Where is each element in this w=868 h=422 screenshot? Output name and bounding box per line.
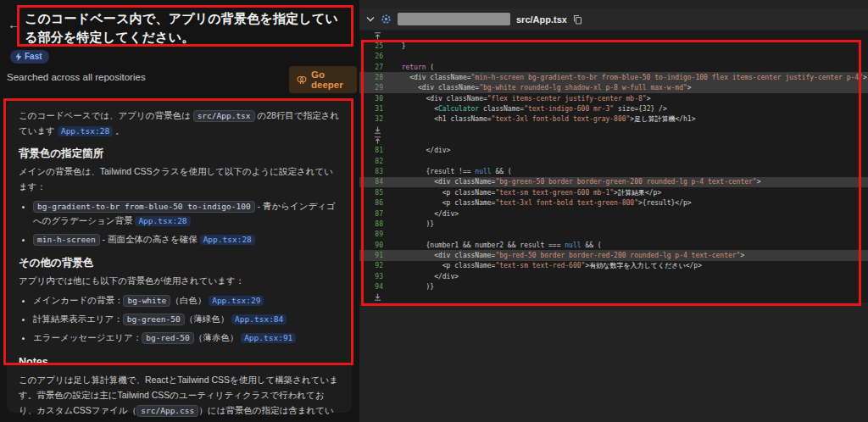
code-line-82: 82 — [359, 156, 868, 166]
text-segment: （薄赤色） — [194, 332, 241, 342]
code-text: <p className="text-sm text-red-600">有効な数… — [393, 261, 702, 270]
inline-code-chip: bg-white — [123, 295, 170, 307]
code-line-85: 85 <p className="text-sm text-green-600 … — [359, 187, 868, 197]
code-line-93: 93 </div> — [359, 271, 868, 281]
go-deeper-button[interactable]: Go deeper — [289, 66, 357, 93]
code-line-32: 32 <h1 className="text-3xl font-bold tex… — [359, 114, 868, 125]
line-number: 28 — [359, 74, 383, 81]
inline-code-chip: src/App.css — [136, 405, 198, 417]
bullet-list-other-bg: メインカードの背景：bg-white（白色） App.tsx:29計算結果表示エ… — [19, 293, 340, 346]
line-number: 94 — [359, 283, 383, 291]
code-line-31: 31 <Calculator className="text-indigo-60… — [359, 103, 868, 114]
text-segment: メインの背景色は、Tailwind CSSクラスを使用して以下のように設定されて… — [19, 166, 333, 192]
code-text: <div className="bg-red-50 border border-… — [393, 252, 744, 259]
code-line-88: 88 )} — [359, 219, 868, 229]
code-text: <p className="text-3xl font-bold text-gr… — [393, 199, 692, 207]
code-text: {number1 && number2 && result === null &… — [393, 242, 602, 249]
file-line-link[interactable]: App.tsx:28 — [200, 235, 255, 245]
code-line-25: 25 } — [359, 41, 868, 51]
line-number: 29 — [359, 84, 383, 92]
notes-paragraph: このアプリは足し算計算機で、ReactとTailwind CSSを使用して構築さ… — [19, 373, 340, 422]
text-segment: アプリ内では他にも以下の背景色が使用されています： — [19, 275, 244, 286]
fast-badge-label: Fast — [25, 52, 42, 61]
file-path-link[interactable]: src/App.tsx — [516, 14, 567, 25]
code-line-94: 94 )} — [359, 281, 868, 292]
line-number: 91 — [359, 252, 383, 259]
code-line-87: 87 </div> — [359, 208, 868, 219]
code-line-81: 81 </div> — [359, 146, 868, 156]
list-item: 計算結果表示エリア：bg-green-50（薄緑色） App.tsx:84 — [33, 312, 340, 327]
text-segment: 。 — [113, 125, 124, 136]
copy-path-icon[interactable] — [573, 14, 582, 25]
query-title: このコードベース内で、アプリの背景色を指定している部分を特定してください。 — [25, 9, 350, 47]
code-text: )} — [393, 220, 434, 228]
line-number: 32 — [359, 115, 383, 123]
text-segment: （薄緑色） — [185, 314, 231, 324]
line-number: 85 — [359, 189, 383, 197]
inline-code-chip: min-h-screen — [33, 234, 100, 246]
inline-code-chip: bg-red-50 — [142, 332, 193, 344]
code-editor-panel: src/App.tsx 25 }2627 return (28 <div cla… — [359, 0, 868, 422]
code-snippet-area: 25 }2627 return (28 <div className="min-… — [359, 31, 868, 303]
code-text: <div className="flex items-center justif… — [393, 95, 650, 103]
repo-name-redacted — [398, 13, 510, 25]
fast-mode-badge[interactable]: Fast — [10, 50, 49, 64]
line-number: 89 — [359, 230, 383, 238]
brain-icon — [297, 75, 307, 85]
line-number: 27 — [359, 64, 383, 71]
code-text: } — [393, 42, 405, 50]
code-text: )} — [393, 283, 434, 291]
list-item: bg-gradient-to-br from-blue-50 to-indigo… — [33, 199, 340, 230]
expand-down-icon[interactable] — [359, 292, 868, 303]
line-number: 84 — [359, 178, 383, 186]
line-number: 31 — [359, 105, 383, 113]
chevron-down-icon[interactable] — [366, 16, 375, 22]
code-line-86: 86 <p className="text-3xl font-bold text… — [359, 198, 868, 208]
code-text: {result !== null && ( — [393, 168, 512, 175]
code-text: <div className="bg-green-50 border borde… — [393, 178, 761, 186]
code-line-89: 89 — [359, 230, 868, 240]
file-line-link[interactable]: App.tsx:84 — [231, 314, 287, 325]
line-number: 93 — [359, 273, 383, 280]
text-segment: エラーメッセージエリア： — [33, 332, 142, 342]
answer-paragraph: メインの背景色は、Tailwind CSSクラスを使用して以下のように設定されて… — [19, 164, 340, 195]
file-line-link[interactable]: App.tsx:91 — [241, 333, 296, 343]
code-text: </div> — [393, 210, 459, 218]
line-number: 26 — [359, 53, 383, 60]
code-line-83: 83 {result !== null && ( — [359, 166, 868, 176]
expand-down-icon[interactable] — [359, 125, 868, 135]
code-text: <div className="min-h-screen bg-gradient… — [393, 74, 867, 81]
section-heading-notes: Notes — [19, 355, 340, 369]
file-line-link[interactable]: App.tsx:29 — [209, 296, 264, 306]
inline-code-chip: bg-green-50 — [123, 314, 185, 325]
code-line-90: 90 {number1 && number2 && result === nul… — [359, 240, 868, 250]
back-icon[interactable]: ← — [8, 17, 20, 31]
line-number: 25 — [359, 42, 383, 50]
code-line-29: 29 <div className="bg-white rounded-lg s… — [359, 83, 868, 93]
go-deeper-label: Go deeper — [311, 69, 349, 90]
line-number: 92 — [359, 262, 383, 269]
code-text: <Calculator className="text-indigo-600 m… — [393, 105, 667, 113]
line-number: 86 — [359, 199, 383, 207]
inline-code-chip: src/App.tsx — [193, 110, 255, 122]
text-segment: メインカードの背景： — [33, 295, 123, 305]
inline-code-chip: bg-gradient-to-br from-blue-50 to-indigo… — [33, 201, 255, 213]
line-number: 30 — [359, 95, 383, 103]
expand-up-icon[interactable] — [359, 135, 868, 145]
code-text: <div className="bg-white rounded-lg shad… — [393, 84, 692, 92]
search-status-text: Searched across all repositories — [7, 72, 146, 82]
section-heading-other-bg: その他の背景色 — [19, 256, 340, 269]
file-line-link[interactable]: App.tsx:28 — [58, 126, 113, 136]
text-segment: （白色） — [170, 295, 209, 305]
code-line-91: 91 <div className="bg-red-50 border bord… — [359, 250, 868, 260]
list-item: メインカードの背景：bg-white（白色） App.tsx:29 — [33, 293, 340, 308]
expand-up-icon[interactable] — [359, 31, 868, 41]
lightning-icon — [15, 53, 22, 61]
code-text: return ( — [393, 64, 434, 71]
code-line-30: 30 <div className="flex items-center jus… — [359, 93, 868, 103]
bullet-list-main-bg: bg-gradient-to-br from-blue-50 to-indigo… — [19, 199, 340, 248]
file-line-link[interactable]: App.tsx:28 — [135, 216, 190, 226]
answer-card: このコードベースでは、アプリの背景色は src/App.tsx の28行目で指定… — [7, 100, 352, 413]
section-heading-background-location: 背景色の指定箇所 — [19, 147, 340, 160]
code-text: <p className="text-sm text-green-600 mb-… — [393, 188, 661, 197]
